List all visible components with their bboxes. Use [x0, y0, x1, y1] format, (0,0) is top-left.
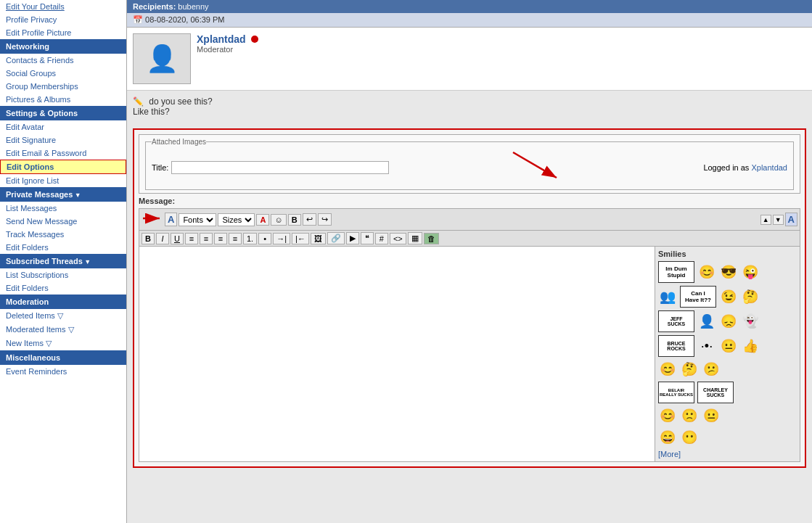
sidebar-item-contacts-friends[interactable]: Contacts & Friends	[0, 54, 126, 67]
sidebar-item-edit-email-password[interactable]: Edit Email & Password	[0, 147, 126, 160]
smiley-sign-icon2[interactable]: 🙁	[680, 406, 699, 425]
networking-header: Networking	[0, 39, 126, 54]
username-link[interactable]: Xplantdad	[197, 33, 246, 45]
list-num-btn[interactable]: 1.	[243, 233, 257, 244]
sidebar-item-profile-privacy[interactable]: Profile Privacy	[0, 13, 126, 26]
table-btn[interactable]: ▦	[408, 232, 422, 244]
sidebar-item-edit-folders-pm[interactable]: Edit Folders	[0, 241, 126, 254]
smiley-thumbsup[interactable]: 👍	[741, 337, 760, 355]
smiley-frown[interactable]: 😕	[702, 360, 721, 379]
justify-btn[interactable]: ≡	[229, 233, 242, 244]
font-select[interactable]: Fonts	[179, 213, 216, 226]
scroll-up-button[interactable]: ▲	[760, 215, 771, 225]
sidebar-item-social-groups[interactable]: Social Groups	[0, 67, 126, 80]
font-a2-button[interactable]: A	[785, 213, 797, 226]
smiley-think[interactable]: 🤔	[680, 360, 699, 379]
sidebar-item-send-new-message[interactable]: Send New Message	[0, 215, 126, 228]
smilies-title: Smilies	[658, 250, 797, 258]
undo-button[interactable]: ↩	[303, 213, 316, 226]
bruce-rocks-sign[interactable]: BRUCEROCKS	[658, 335, 694, 357]
underline-btn[interactable]: U	[171, 233, 184, 244]
smiley-sad[interactable]: 😞	[719, 312, 738, 331]
sidebar-item-moderated-items[interactable]: Moderated Items ▽	[0, 323, 126, 337]
compose-area: Attached Images Title:	[133, 128, 806, 468]
code-btn[interactable]: <>	[390, 233, 406, 244]
smiley-laugh[interactable]: 😄	[658, 428, 677, 447]
post-content-line1: do you see this?	[149, 96, 212, 107]
subscribed-threads-header[interactable]: Subscribed Threads	[0, 254, 126, 268]
sidebar-item-edit-avatar[interactable]: Edit Avatar	[0, 120, 126, 133]
sidebar-item-pictures-albums[interactable]: Pictures & Albums	[0, 93, 126, 106]
sidebar-item-track-messages[interactable]: Track Messages	[0, 228, 126, 241]
list-bullet-btn[interactable]: •	[258, 233, 271, 244]
jeff-sucks-sign[interactable]: JEFFSUCKS	[658, 310, 694, 332]
redo-button[interactable]: ↪	[318, 213, 332, 226]
scroll-down-button[interactable]: ▼	[773, 215, 784, 225]
belair-really-sucks-sign[interactable]: BELAIRREALLY SUCKS	[658, 382, 694, 403]
smiley-smile[interactable]: 😊	[697, 263, 716, 281]
title-input[interactable]	[171, 161, 389, 174]
smiley-dots[interactable]: ·•·	[697, 337, 716, 355]
sidebar-item-list-messages[interactable]: List Messages	[0, 202, 126, 215]
bold-button[interactable]: B	[288, 214, 301, 226]
align-left-btn[interactable]: ≡	[185, 233, 198, 244]
sidebar-item-group-memberships[interactable]: Group Memberships	[0, 80, 126, 93]
svg-line-1	[513, 152, 557, 178]
bold-btn2[interactable]: B	[142, 233, 155, 244]
hash-btn[interactable]: #	[375, 233, 388, 244]
smiley-blank[interactable]: 😶	[680, 428, 699, 447]
link-btn[interactable]: 🔗	[327, 232, 345, 244]
title-label: Title:	[152, 163, 168, 172]
quote-btn[interactable]: ❝	[361, 232, 374, 244]
smiley-cool[interactable]: 😎	[719, 263, 738, 281]
editor-toolbar-row2: B I U ≡ ≡ ≡ ≡ 1. • →| |← 🖼 🔗 ▶ ❝ # <> ▦ …	[139, 231, 800, 247]
charley-sucks-sign[interactable]: CHARLEYSUCKS	[697, 382, 734, 403]
smilies-row-4: BRUCEROCKS ·•· 😐 👍	[658, 335, 797, 357]
smiley-sign-icon1[interactable]: 😊	[658, 406, 677, 425]
message-textarea[interactable]	[139, 247, 655, 461]
sidebar-item-edit-profile-picture[interactable]: Edit Profile Picture	[0, 26, 126, 39]
logged-in-user-link[interactable]: Xplantdad	[751, 163, 787, 172]
avatar: 👤	[133, 33, 191, 84]
sidebar-item-new-items[interactable]: New Items ▽	[0, 337, 126, 350]
post-header: 📅 08-08-2020, 06:39 PM	[127, 13, 812, 28]
red-arrow-svg	[509, 149, 567, 185]
italic-btn[interactable]: I	[156, 233, 169, 244]
align-right-btn[interactable]: ≡	[214, 233, 227, 244]
sidebar-item-deleted-items[interactable]: Deleted Items ▽	[0, 309, 126, 323]
recipients-bar: Recipients: bubenny	[127, 0, 812, 13]
sidebar-item-event-reminders[interactable]: Event Reminders	[0, 365, 126, 378]
align-center-btn[interactable]: ≡	[200, 233, 213, 244]
indent-btn[interactable]: →|	[273, 233, 290, 244]
video-btn[interactable]: ▶	[346, 232, 359, 244]
more-smilies-link[interactable]: [More]	[658, 450, 797, 458]
smiley-group[interactable]: 👥	[658, 287, 677, 306]
sidebar-item-list-subscriptions[interactable]: List Subscriptions	[0, 268, 126, 281]
recipients-value: bubenny	[178, 2, 208, 11]
smiley-wink[interactable]: 😉	[719, 287, 738, 306]
attached-images-label: Attached Images	[152, 138, 206, 146]
private-messages-header[interactable]: Private Messages	[0, 187, 126, 202]
can-i-have-it-sign[interactable]: Can IHave It??	[680, 286, 716, 308]
arrow-indicator	[509, 149, 567, 186]
sizes-select[interactable]: Sizes	[218, 213, 255, 226]
smiley-happy2[interactable]: 😊	[658, 360, 677, 379]
sidebar-item-edit-ignore-list[interactable]: Edit Ignore List	[0, 174, 126, 187]
outdent-btn[interactable]: |←	[292, 233, 309, 244]
im-dum-stupid-sign[interactable]: Im DumStupid	[658, 261, 694, 283]
sidebar-item-edit-folders-sub[interactable]: Edit Folders	[0, 281, 126, 295]
img-btn[interactable]: 🖼	[311, 233, 326, 244]
smiley-button[interactable]: ☺	[271, 214, 286, 226]
font-a-button[interactable]: A	[165, 213, 177, 226]
smiley-ghost[interactable]: 👻	[741, 312, 760, 331]
smiley-sign-icon3[interactable]: 😐	[702, 406, 721, 425]
eraser-btn[interactable]: 🗑	[424, 233, 439, 244]
sidebar-item-edit-signature[interactable]: Edit Signature	[0, 133, 126, 147]
sidebar-item-edit-options[interactable]: Edit Options	[0, 160, 126, 174]
smiley-neutral[interactable]: 😐	[719, 337, 738, 355]
smiley-person[interactable]: 👤	[697, 312, 716, 331]
font-color-button[interactable]: A	[256, 214, 269, 226]
smiley-grin[interactable]: 😜	[741, 263, 760, 281]
sidebar-item-edit-your-details[interactable]: Edit Your Details	[0, 0, 126, 13]
smiley-hmm[interactable]: 🤔	[741, 287, 760, 306]
